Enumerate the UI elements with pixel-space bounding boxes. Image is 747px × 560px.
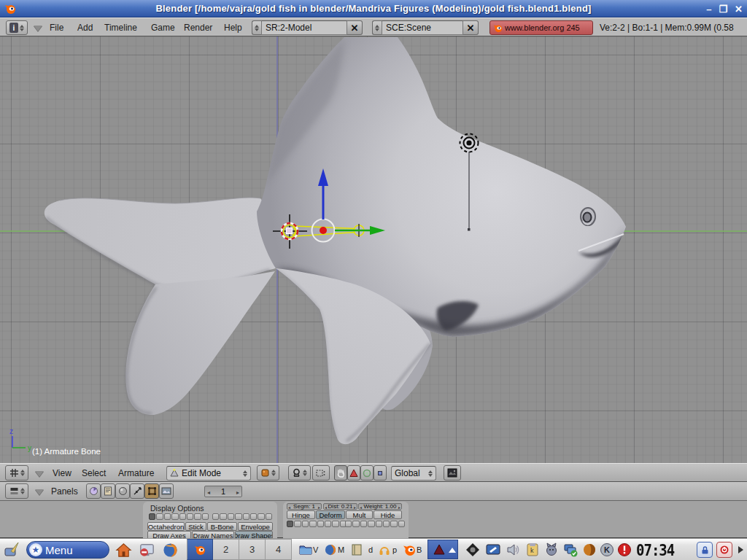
manipulator-toggle-button[interactable] [334,465,347,481]
task-label-v[interactable]: V [313,545,318,554]
layer-cell[interactable] [149,513,155,520]
weight-field[interactable]: ◂Weight: 1.00▸ [358,503,402,510]
layer-cell[interactable] [220,513,226,520]
render-preview-button[interactable] [444,465,461,481]
menu-add[interactable]: Add [77,23,93,33]
workspace-4[interactable]: 4 [266,539,292,560]
proportional-edit-button[interactable] [312,465,330,481]
scene-name-field[interactable]: SCE:Scene [382,20,463,35]
manipulator-center-dot[interactable] [320,227,327,234]
layer-cell[interactable] [368,521,374,527]
show-desktop-icon[interactable] [139,542,155,559]
scene-button[interactable] [159,483,174,499]
workspace-3[interactable]: 3 [239,539,266,560]
deform-toggle[interactable]: Deform [316,510,345,519]
draw-type-button[interactable] [257,465,279,481]
lock-button[interactable] [697,542,713,558]
task-label-p[interactable]: p [392,545,397,554]
layer-cell[interactable] [171,513,178,520]
tray-updates-icon[interactable] [563,542,578,557]
select-menu[interactable]: Select [82,468,106,478]
maximize-button[interactable]: ❐ [719,4,727,15]
layer-cell[interactable] [194,513,201,520]
layer-cell[interactable] [228,513,234,520]
minimize-button[interactable]: – [706,4,711,15]
folder-task-icon[interactable] [299,543,312,556]
layer-cell[interactable] [250,513,257,520]
3d-viewport[interactable]: z y (1) Armature Bone [0,36,747,463]
bbone-toggle[interactable]: B-Bone [207,522,237,531]
script-button[interactable] [101,483,115,499]
frame-number-field[interactable]: ◂ 1 ▸ [204,486,242,497]
tray-klipper-icon[interactable]: k [525,542,540,557]
layer-cell[interactable] [332,521,338,527]
task-label-d[interactable]: d [368,545,373,554]
hinge-toggle[interactable]: Hinge [287,510,315,519]
layer-cell[interactable] [235,513,241,520]
blender-task-icon[interactable] [403,543,416,556]
scene-delete-button[interactable]: ✕ [463,20,479,35]
orientation-dropdown[interactable]: Global [391,466,436,481]
tray-volume-icon[interactable] [506,542,521,557]
workspace-2[interactable]: 2 [213,539,239,560]
shading-button[interactable] [115,483,130,499]
task-label-m[interactable]: M [338,545,344,554]
task-label-b[interactable]: B [417,545,422,554]
layer-cell[interactable] [212,513,219,520]
menu-game[interactable]: Game [151,23,175,33]
layer-cell[interactable] [398,521,405,527]
title-bar[interactable]: Blender [/home/vajra/gold fish in blende… [0,0,747,18]
mult-toggle[interactable]: Mult [346,510,373,519]
layer-cell[interactable] [156,513,163,520]
layer-cell[interactable] [317,521,324,527]
octahedron-toggle[interactable]: Octahedron [147,522,185,531]
layer-cell[interactable] [179,513,186,520]
segments-field[interactable]: ◂Segm: 1▸ [287,503,322,510]
view-menu[interactable]: View [53,468,71,478]
menu-help[interactable]: Help [224,23,242,33]
editor-type-button[interactable] [5,465,28,481]
tray-alert-icon[interactable] [617,542,632,557]
firefox-task-icon[interactable] [324,543,337,556]
layer-cell[interactable] [309,521,316,527]
editing-button[interactable] [144,483,159,499]
scene-spinner-icon[interactable] [372,20,382,35]
menu-file[interactable]: File [50,23,63,33]
book-task-icon[interactable] [350,543,363,556]
close-button[interactable]: ✕ [735,4,743,15]
layer-cell[interactable] [243,513,249,520]
workspace-1[interactable] [187,539,213,560]
layer-cell[interactable] [383,521,390,527]
menu-render[interactable]: Render [184,23,212,33]
translate-manipulator-button[interactable] [347,465,360,481]
layer-cell[interactable] [325,521,331,527]
tray-diamond-icon[interactable] [465,542,480,557]
firefox-icon[interactable] [162,542,179,559]
layer-cell[interactable] [258,513,264,520]
scene-selector[interactable]: SCE:Scene ✕ [372,20,479,35]
tray-orange-icon[interactable] [582,542,597,557]
screen-spinner-icon[interactable] [252,20,261,35]
envelope-toggle[interactable]: Envelope [238,522,273,531]
pivot-button[interactable] [288,465,311,481]
layer-cell[interactable] [202,513,209,520]
tray-kitty-icon[interactable] [544,542,559,557]
logout-button[interactable] [716,542,732,558]
layer-cell[interactable] [360,521,367,527]
dist-field[interactable]: ◂Dist: 0.21▸ [323,503,357,510]
screen-selector[interactable]: SR:2-Model ✕ [252,20,363,35]
collapse-triangle-icon[interactable] [35,471,44,477]
layer-cell[interactable] [345,521,352,527]
object-button[interactable] [130,483,144,499]
kicker-tool-icon[interactable] [4,541,21,559]
panels-label[interactable]: Panels [51,486,78,497]
layer-cell[interactable] [294,521,301,527]
screen-delete-button[interactable]: ✕ [347,20,363,35]
home-icon[interactable] [115,542,132,559]
goldfish-model[interactable] [44,37,626,444]
rotate-manipulator-button[interactable] [360,465,374,481]
layer-cell[interactable] [390,521,397,527]
active-task-blender[interactable] [427,540,458,559]
layer-cell[interactable] [164,513,171,520]
mode-dropdown[interactable]: Edit Mode [166,466,251,481]
